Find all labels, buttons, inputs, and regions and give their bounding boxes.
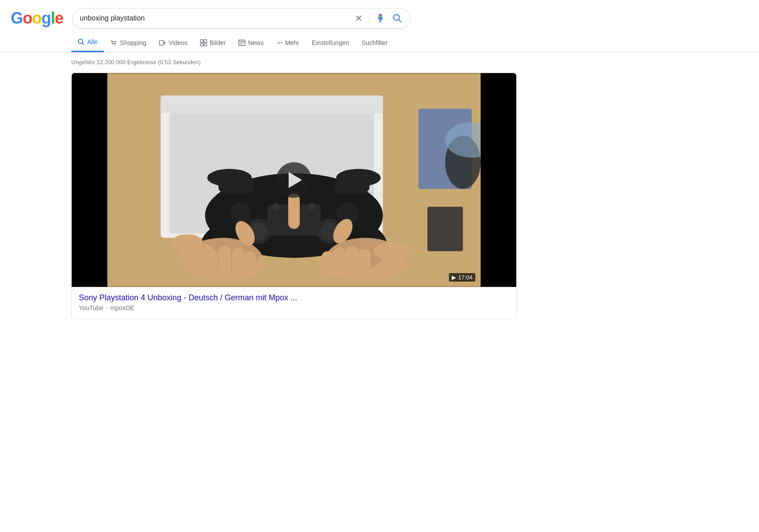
svg-rect-16: [200, 43, 203, 45]
header: Google unboxing playstation ✕: [0, 0, 759, 33]
play-button[interactable]: [276, 162, 312, 198]
shopping-tab-icon: [110, 39, 117, 46]
tab-shopping-label: Shopping: [120, 39, 146, 46]
tab-alle[interactable]: Alle: [71, 33, 104, 52]
video-meta: YouTube · mpoxDE: [79, 304, 509, 311]
svg-point-35: [207, 169, 252, 187]
svg-rect-57: [333, 248, 346, 275]
clear-button[interactable]: ✕: [354, 12, 363, 25]
search-bar-icons: ✕: [354, 12, 403, 25]
search-bar: unboxing playstation ✕: [72, 8, 411, 29]
svg-rect-51: [244, 251, 256, 276]
svg-rect-1: [380, 14, 381, 16]
svg-rect-49: [218, 246, 231, 275]
results-area: Ungefähr 12.200.000 Ergebnisse (0,53 Sek…: [0, 53, 759, 325]
svg-rect-56: [346, 246, 358, 275]
logo-o1: o: [23, 9, 32, 28]
duration-badge: ▶ 17:04: [449, 273, 475, 282]
search-tab-icon: [78, 38, 85, 45]
svg-point-23: [279, 42, 281, 43]
bilder-tab-icon: [200, 39, 207, 46]
videos-tab-icon: [159, 39, 166, 46]
tab-mehr[interactable]: Mehr: [270, 34, 306, 52]
play-overlay[interactable]: [276, 162, 312, 198]
google-logo-container[interactable]: Google: [11, 9, 63, 28]
search-bar-wrapper: unboxing playstation ✕: [72, 8, 411, 29]
svg-line-7: [399, 20, 401, 22]
results-count: Ungefähr 12.200.000 Ergebnisse (0,53 Sek…: [71, 59, 759, 65]
logo-g: G: [11, 9, 23, 28]
svg-rect-62: [427, 207, 463, 251]
mic-button[interactable]: [375, 12, 386, 24]
play-triangle-icon: [289, 172, 302, 188]
logo-g2: g: [41, 9, 51, 28]
svg-rect-3: [380, 17, 381, 18]
tab-videos[interactable]: Videos: [153, 34, 194, 52]
search-button[interactable]: [392, 12, 403, 24]
svg-rect-15: [204, 39, 207, 42]
nav-tabs: Alle Shopping Videos Bilder N: [0, 33, 759, 53]
settings-button[interactable]: Einstellungen: [306, 34, 355, 52]
tab-news[interactable]: News: [232, 34, 270, 52]
svg-point-44: [308, 203, 315, 210]
divider: [369, 13, 369, 24]
svg-rect-58: [322, 251, 333, 276]
search-input[interactable]: unboxing playstation: [80, 14, 350, 22]
svg-point-47: [172, 234, 203, 250]
svg-point-10: [113, 45, 114, 45]
duration-text: 17:04: [458, 274, 473, 281]
svg-point-22: [277, 42, 278, 43]
video-source: YouTube: [79, 304, 103, 311]
play-icon-small: ▶: [452, 274, 456, 281]
video-card: ▶ 17:04 Sony Playstation 4 Unboxing - De…: [71, 73, 517, 319]
svg-point-36: [336, 169, 381, 187]
meta-dot: ·: [106, 304, 108, 311]
svg-rect-27: [161, 95, 383, 113]
svg-rect-55: [358, 249, 371, 276]
svg-rect-12: [159, 40, 163, 45]
video-info: Sony Playstation 4 Unboxing - Deutsch / …: [72, 287, 516, 319]
logo-e: e: [55, 9, 63, 28]
tab-videos-label: Videos: [169, 39, 188, 46]
tab-alle-label: Alle: [87, 38, 98, 45]
svg-line-9: [82, 43, 84, 45]
mic-icon: [375, 13, 385, 23]
video-author: mpoxDE: [110, 304, 135, 311]
svg-rect-50: [232, 248, 244, 275]
right-letterbox: [481, 73, 516, 287]
left-letterbox: [72, 73, 107, 287]
video-thumbnail[interactable]: ▶ 17:04: [72, 73, 516, 287]
svg-marker-13: [163, 41, 165, 44]
suchfilter-button[interactable]: Suchfilter: [355, 34, 394, 52]
svg-rect-14: [200, 39, 203, 42]
mehr-tab-icon: [276, 39, 283, 46]
svg-rect-48: [205, 249, 217, 276]
svg-point-43: [273, 203, 280, 210]
search-icon: [392, 13, 402, 23]
tab-mehr-label: Mehr: [285, 39, 299, 46]
logo-l: l: [51, 9, 55, 28]
svg-point-41: [229, 202, 252, 225]
tab-bilder[interactable]: Bilder: [194, 34, 232, 52]
logo-o2: o: [32, 9, 41, 28]
google-logo[interactable]: Google: [11, 9, 63, 28]
close-icon: ✕: [355, 13, 363, 24]
svg-rect-17: [204, 43, 207, 45]
svg-point-11: [115, 45, 116, 45]
tab-bilder-label: Bilder: [210, 39, 226, 46]
svg-point-24: [281, 42, 282, 43]
tab-shopping[interactable]: Shopping: [104, 34, 152, 52]
news-tab-icon: [238, 39, 245, 46]
video-title-link[interactable]: Sony Playstation 4 Unboxing - Deutsch / …: [79, 293, 509, 303]
tab-news-label: News: [248, 39, 264, 46]
svg-point-54: [374, 242, 410, 260]
svg-rect-2: [380, 16, 381, 17]
svg-rect-60: [288, 193, 300, 229]
